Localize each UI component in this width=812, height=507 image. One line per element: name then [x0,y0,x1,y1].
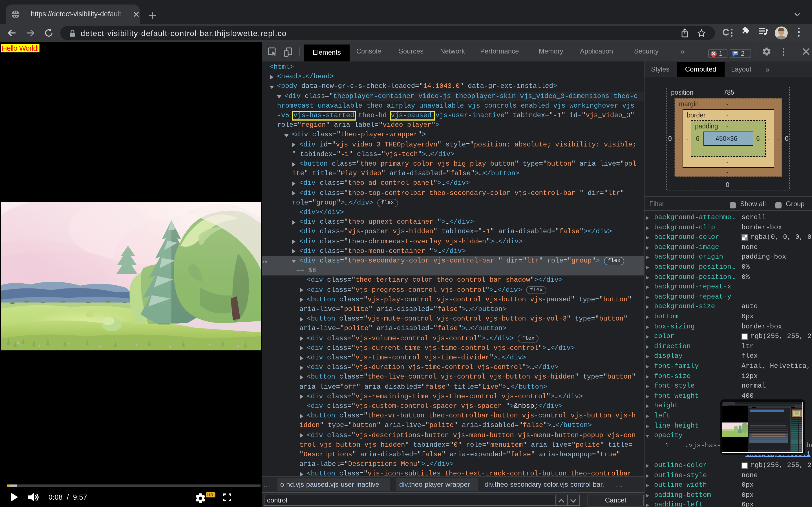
svg-text:450×36: 450×36 [715,135,737,142]
svg-text:785: 785 [723,89,734,96]
svg-text:0: 0 [725,181,729,188]
svg-text:margin: margin [679,100,698,107]
svg-text:-: - [726,158,728,165]
svg-text:0: 0 [668,135,672,142]
svg-text:-: - [726,100,728,107]
svg-text:6: 6 [696,135,699,142]
svg-text:0: 0 [784,135,788,142]
svg-text:6: 6 [756,135,760,142]
svg-text:-: - [686,135,688,142]
svg-text:border: border [687,111,705,119]
svg-text:-: - [726,122,728,129]
svg-text:-: - [726,168,728,175]
svg-text:padding: padding [695,122,718,129]
svg-text:-: - [677,135,680,142]
svg-text:-: - [767,135,769,142]
svg-text:position: position [671,89,693,96]
svg-text:-: - [777,135,779,142]
svg-text:-: - [726,147,728,154]
svg-text:-: - [726,111,728,119]
